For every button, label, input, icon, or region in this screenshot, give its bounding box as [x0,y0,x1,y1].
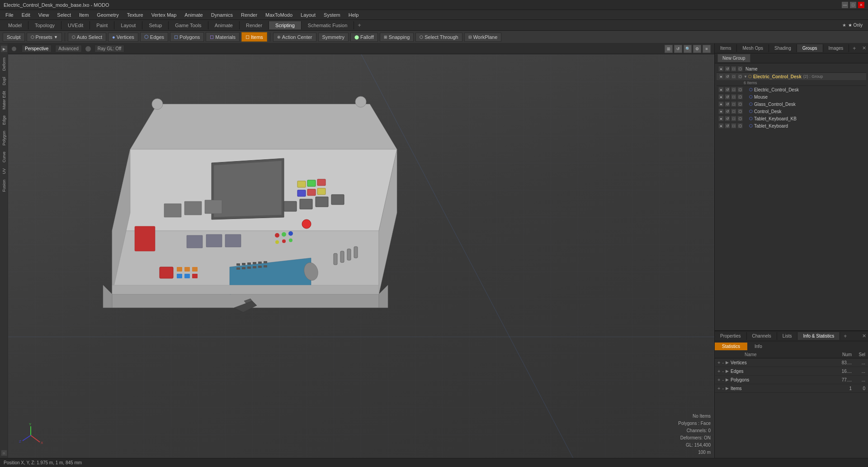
rtab-images[interactable]: Images [823,44,849,52]
sidebar-bottom-btn[interactable]: ○ [1,450,7,456]
btab-add[interactable]: + [840,332,850,341]
snapping-button[interactable]: ⊞ Snapping [380,33,414,42]
root-vis-4[interactable]: ⬡ [737,74,743,79]
auto-select-button[interactable]: ⬡ Auto Select [68,33,106,42]
btab-channels[interactable]: Channels [747,332,777,340]
c2-vis-1[interactable]: ● [718,101,724,107]
viewport-icon-fit[interactable]: ⊞ [665,45,673,53]
viewport-dot[interactable] [12,47,16,51]
tree-row-4[interactable]: ● ↺ □ ⬡ ⬡ Tablet_Keyboard_KB [717,115,866,122]
tab-scripting[interactable]: Scripting [269,21,302,29]
menu-geometry[interactable]: Geometry [93,11,122,19]
menu-texture[interactable]: Texture [123,11,147,19]
c5-vis-3[interactable]: □ [731,123,736,129]
sidebar-top-btn[interactable]: ▶ [0,45,8,52]
select-through-button[interactable]: ⬡ Select Through [415,33,462,42]
presets-button[interactable]: ⬡ Presets ▼ [27,33,62,42]
close-button[interactable]: ✕ [858,2,864,8]
menu-file[interactable]: File [2,11,17,19]
items-button[interactable]: ◻ Items [241,32,267,42]
items-add[interactable]: + [717,386,720,391]
tree-row-5[interactable]: ● ↺ □ ⬡ ⬡ Tablet_Keyboard [717,122,866,129]
c1-vis-2[interactable]: ↺ [725,94,730,100]
tab-schematic[interactable]: Schematic Fusion [302,21,354,29]
menu-select[interactable]: Select [53,11,75,19]
c3-vis-2[interactable]: ↺ [725,109,730,114]
rtab-add[interactable]: + [849,44,859,53]
c1-vis-1[interactable]: ● [718,94,724,100]
menu-render[interactable]: Render [237,11,261,19]
minimize-button[interactable]: — [842,2,848,8]
root-arrow[interactable]: ▼ [744,75,748,79]
tree-row-2[interactable]: ● ↺ □ ⬡ ⬡ Glass_Control_Desk [717,100,866,108]
tab-setup[interactable]: Setup [142,21,169,29]
sidebar-tab-deform[interactable]: Deform [1,55,7,74]
rtab-groups[interactable]: Groups [797,44,823,52]
viewport-raygl-btn[interactable]: Ray GL: Off [94,45,125,52]
btab-info[interactable]: Info & Statistics [797,332,840,340]
polygons-minus[interactable]: - [722,377,724,382]
tab-paint[interactable]: Paint [90,21,114,29]
viewport-icon-close[interactable]: ≡ [703,45,711,53]
menu-layout[interactable]: Layout [297,11,319,19]
viewport-icon-zoom-out[interactable]: 🔍 [684,45,692,53]
root-vis-1[interactable]: ● [718,74,724,79]
sidebar-tab-dupl[interactable]: Dupl [1,74,7,88]
rtab-items[interactable]: Items [715,44,737,52]
items-minus[interactable]: - [722,386,724,391]
tree-row-root[interactable]: ● ↺ □ ⬡ ▼ ⬡ Electric_Control_Desk (2) : … [717,73,866,80]
tab-render[interactable]: Render [240,21,269,29]
c5-vis-2[interactable]: ↺ [725,123,730,129]
rtab-shading[interactable]: Shading [769,44,797,52]
c2-vis-3[interactable]: □ [731,101,736,107]
menu-animate[interactable]: Animate [181,11,206,19]
sidebar-tab-fusion[interactable]: Fusion [1,177,7,195]
visibility-btn-4[interactable]: ⬡ [737,66,743,71]
viewport-canvas[interactable]: X Y Z No Items Polygons : Face Channels:… [8,54,714,458]
edges-button[interactable]: ⬡ Edges [140,32,168,42]
c2-vis-4[interactable]: ⬡ [737,101,743,107]
viewport-advanced-btn[interactable]: Advanced [55,45,81,52]
c0-vis-2[interactable]: ↺ [725,87,730,92]
tree-row-1[interactable]: ● ↺ □ ⬡ ⬡ Mouse [717,93,866,100]
visibility-btn-2[interactable]: ↺ [725,66,730,71]
menu-view[interactable]: View [35,11,53,19]
tab-topology[interactable]: Topology [28,21,61,29]
tree-row-0[interactable]: ● ↺ □ ⬡ ⬡ Electric_Control_Desk [717,86,866,93]
c1-vis-3[interactable]: □ [731,94,736,100]
btab-lists[interactable]: Lists [777,332,798,340]
c5-vis-1[interactable]: ● [718,123,724,129]
sculpt-button[interactable]: Sculpt [3,33,25,42]
sidebar-tab-materedit[interactable]: Mater Edit [1,88,7,112]
viewport[interactable]: Perspective Advanced Ray GL: Off ⊞ ↺ 🔍 ⚙… [8,43,714,458]
polygons-button[interactable]: ◻ Polygons [170,32,204,42]
tab-animate[interactable]: Animate [208,21,240,29]
items-arrow[interactable]: ▶ [726,386,729,391]
stats-tab-info[interactable]: Info [747,343,769,350]
c3-vis-3[interactable]: □ [731,109,736,114]
root-vis-2[interactable]: ↺ [725,74,730,79]
c4-vis-2[interactable]: ↺ [725,116,730,121]
menu-item[interactable]: Item [75,11,92,19]
sidebar-tab-uv[interactable]: UV [1,166,7,177]
btab-properties[interactable]: Properties [715,332,747,340]
new-group-button[interactable]: New Group [717,54,750,62]
edges-arrow[interactable]: ▶ [726,369,729,373]
tab-layout[interactable]: Layout [114,21,142,29]
action-center-button[interactable]: ⊕ Action Center [273,33,316,42]
menu-dynamics[interactable]: Dynamics [208,11,236,19]
c3-vis-1[interactable]: ● [718,109,724,114]
symmetry-button[interactable]: Symmetry [318,33,349,42]
sidebar-tab-polygon[interactable]: Polygon [1,128,7,148]
viewport-icon-refresh[interactable]: ↺ [674,45,682,53]
c0-vis-1[interactable]: ● [718,87,724,92]
c5-vis-4[interactable]: ⬡ [737,123,743,129]
vertices-add[interactable]: + [717,360,720,365]
vertices-arrow[interactable]: ▶ [726,360,729,365]
polygons-add[interactable]: + [717,377,720,382]
c4-vis-4[interactable]: ⬡ [737,116,743,121]
vertices-minus[interactable]: - [722,360,724,365]
falloff-button[interactable]: ⬤ Falloff [350,33,378,42]
bottom-panel-close[interactable]: ✕ [860,332,868,340]
tab-uvedit[interactable]: UVEdit [61,21,90,29]
